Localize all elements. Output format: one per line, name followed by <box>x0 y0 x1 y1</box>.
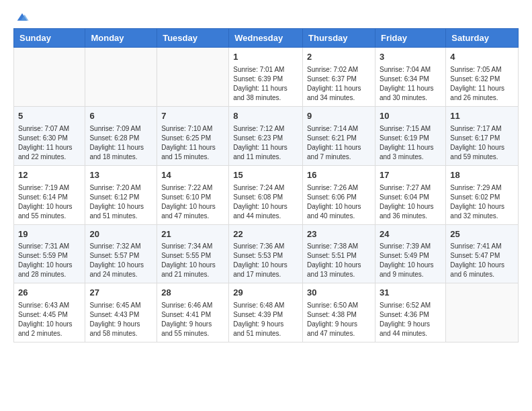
day-number: 15 <box>233 169 298 182</box>
calendar-cell: 21Sunrise: 7:34 AM Sunset: 5:55 PM Dayli… <box>157 224 229 283</box>
calendar-cell: 25Sunrise: 7:41 AM Sunset: 5:47 PM Dayli… <box>446 224 519 283</box>
day-info: Sunrise: 7:15 AM Sunset: 6:19 PM Dayligh… <box>380 124 441 162</box>
calendar-cell: 7Sunrise: 7:10 AM Sunset: 6:25 PM Daylig… <box>157 106 229 165</box>
page: SundayMondayTuesdayWednesdayThursdayFrid… <box>0 0 532 349</box>
calendar-cell <box>157 48 229 107</box>
day-number: 7 <box>161 110 224 123</box>
day-number: 29 <box>233 287 298 300</box>
day-info: Sunrise: 7:39 AM Sunset: 5:49 PM Dayligh… <box>380 242 441 279</box>
day-number: 27 <box>89 287 152 300</box>
day-info: Sunrise: 7:27 AM Sunset: 6:04 PM Dayligh… <box>380 183 441 221</box>
day-number: 24 <box>380 228 441 241</box>
header <box>13 11 519 23</box>
day-number: 11 <box>450 110 514 123</box>
day-number: 26 <box>18 287 81 300</box>
day-number: 2 <box>307 51 371 64</box>
day-info: Sunrise: 7:14 AM Sunset: 6:21 PM Dayligh… <box>307 124 371 162</box>
day-info: Sunrise: 7:34 AM Sunset: 5:55 PM Dayligh… <box>161 242 224 279</box>
calendar-header: SundayMondayTuesdayWednesdayThursdayFrid… <box>14 29 519 48</box>
col-header-tuesday: Tuesday <box>157 29 229 48</box>
calendar-cell: 14Sunrise: 7:22 AM Sunset: 6:10 PM Dayli… <box>157 165 229 224</box>
col-header-friday: Friday <box>375 29 445 48</box>
calendar-cell: 30Sunrise: 6:50 AM Sunset: 4:38 PM Dayli… <box>303 283 375 342</box>
day-number: 21 <box>161 228 224 241</box>
day-info: Sunrise: 7:31 AM Sunset: 5:59 PM Dayligh… <box>18 242 81 279</box>
calendar-cell: 3Sunrise: 7:04 AM Sunset: 6:34 PM Daylig… <box>375 48 445 107</box>
day-number: 10 <box>380 110 441 123</box>
calendar-cell: 1Sunrise: 7:01 AM Sunset: 6:39 PM Daylig… <box>229 48 303 107</box>
calendar-cell: 4Sunrise: 7:05 AM Sunset: 6:32 PM Daylig… <box>446 48 519 107</box>
calendar-cell: 12Sunrise: 7:19 AM Sunset: 6:14 PM Dayli… <box>14 165 85 224</box>
week-row-2: 5Sunrise: 7:07 AM Sunset: 6:30 PM Daylig… <box>14 106 519 165</box>
day-info: Sunrise: 7:38 AM Sunset: 5:51 PM Dayligh… <box>307 242 371 279</box>
calendar-cell: 22Sunrise: 7:36 AM Sunset: 5:53 PM Dayli… <box>229 224 303 283</box>
day-info: Sunrise: 7:22 AM Sunset: 6:10 PM Dayligh… <box>161 183 224 221</box>
day-info: Sunrise: 7:12 AM Sunset: 6:23 PM Dayligh… <box>233 124 298 162</box>
calendar-cell: 26Sunrise: 6:43 AM Sunset: 4:45 PM Dayli… <box>14 283 85 342</box>
logo <box>13 11 30 23</box>
day-info: Sunrise: 7:36 AM Sunset: 5:53 PM Dayligh… <box>233 242 298 279</box>
week-row-4: 19Sunrise: 7:31 AM Sunset: 5:59 PM Dayli… <box>14 224 519 283</box>
day-headers-row: SundayMondayTuesdayWednesdayThursdayFrid… <box>14 29 519 48</box>
day-number: 31 <box>380 287 441 300</box>
day-number: 6 <box>89 110 152 123</box>
calendar-cell <box>446 283 519 342</box>
week-row-3: 12Sunrise: 7:19 AM Sunset: 6:14 PM Dayli… <box>14 165 519 224</box>
day-number: 5 <box>18 110 81 123</box>
day-info: Sunrise: 6:46 AM Sunset: 4:41 PM Dayligh… <box>161 301 224 338</box>
calendar-cell: 20Sunrise: 7:32 AM Sunset: 5:57 PM Dayli… <box>85 224 157 283</box>
col-header-sunday: Sunday <box>14 29 85 48</box>
calendar-cell: 9Sunrise: 7:14 AM Sunset: 6:21 PM Daylig… <box>303 106 375 165</box>
calendar-cell: 31Sunrise: 6:52 AM Sunset: 4:36 PM Dayli… <box>375 283 445 342</box>
day-info: Sunrise: 7:19 AM Sunset: 6:14 PM Dayligh… <box>18 183 81 221</box>
calendar-cell: 23Sunrise: 7:38 AM Sunset: 5:51 PM Dayli… <box>303 224 375 283</box>
calendar-cell: 11Sunrise: 7:17 AM Sunset: 6:17 PM Dayli… <box>446 106 519 165</box>
day-number: 9 <box>307 110 371 123</box>
calendar-cell: 28Sunrise: 6:46 AM Sunset: 4:41 PM Dayli… <box>157 283 229 342</box>
day-info: Sunrise: 7:10 AM Sunset: 6:25 PM Dayligh… <box>161 124 224 162</box>
calendar-cell: 29Sunrise: 6:48 AM Sunset: 4:39 PM Dayli… <box>229 283 303 342</box>
day-number: 16 <box>307 169 371 182</box>
col-header-saturday: Saturday <box>446 29 519 48</box>
day-info: Sunrise: 6:43 AM Sunset: 4:45 PM Dayligh… <box>18 301 81 338</box>
week-row-1: 1Sunrise: 7:01 AM Sunset: 6:39 PM Daylig… <box>14 48 519 107</box>
day-info: Sunrise: 6:45 AM Sunset: 4:43 PM Dayligh… <box>89 301 152 338</box>
week-row-5: 26Sunrise: 6:43 AM Sunset: 4:45 PM Dayli… <box>14 283 519 342</box>
calendar-cell: 18Sunrise: 7:29 AM Sunset: 6:02 PM Dayli… <box>446 165 519 224</box>
calendar-cell <box>14 48 85 107</box>
day-info: Sunrise: 7:29 AM Sunset: 6:02 PM Dayligh… <box>450 183 514 221</box>
day-number: 13 <box>89 169 152 182</box>
col-header-wednesday: Wednesday <box>229 29 303 48</box>
calendar-cell: 5Sunrise: 7:07 AM Sunset: 6:30 PM Daylig… <box>14 106 85 165</box>
day-number: 18 <box>450 169 514 182</box>
day-number: 14 <box>161 169 224 182</box>
day-info: Sunrise: 7:09 AM Sunset: 6:28 PM Dayligh… <box>89 124 152 162</box>
calendar-cell: 6Sunrise: 7:09 AM Sunset: 6:28 PM Daylig… <box>85 106 157 165</box>
day-info: Sunrise: 7:26 AM Sunset: 6:06 PM Dayligh… <box>307 183 371 221</box>
day-number: 20 <box>89 228 152 241</box>
calendar-cell: 15Sunrise: 7:24 AM Sunset: 6:08 PM Dayli… <box>229 165 303 224</box>
day-info: Sunrise: 6:52 AM Sunset: 4:36 PM Dayligh… <box>380 301 441 338</box>
calendar-cell: 13Sunrise: 7:20 AM Sunset: 6:12 PM Dayli… <box>85 165 157 224</box>
day-info: Sunrise: 7:04 AM Sunset: 6:34 PM Dayligh… <box>380 65 441 103</box>
day-info: Sunrise: 7:07 AM Sunset: 6:30 PM Dayligh… <box>18 124 81 162</box>
calendar-cell: 17Sunrise: 7:27 AM Sunset: 6:04 PM Dayli… <box>375 165 445 224</box>
day-info: Sunrise: 7:20 AM Sunset: 6:12 PM Dayligh… <box>89 183 152 221</box>
day-number: 1 <box>233 51 298 64</box>
day-number: 4 <box>450 51 514 64</box>
day-number: 25 <box>450 228 514 241</box>
calendar-cell: 8Sunrise: 7:12 AM Sunset: 6:23 PM Daylig… <box>229 106 303 165</box>
day-number: 30 <box>307 287 371 300</box>
calendar-cell: 19Sunrise: 7:31 AM Sunset: 5:59 PM Dayli… <box>14 224 85 283</box>
calendar-table: SundayMondayTuesdayWednesdayThursdayFrid… <box>13 28 519 342</box>
day-info: Sunrise: 7:24 AM Sunset: 6:08 PM Dayligh… <box>233 183 298 221</box>
day-number: 22 <box>233 228 298 241</box>
day-info: Sunrise: 7:02 AM Sunset: 6:37 PM Dayligh… <box>307 65 371 103</box>
day-number: 19 <box>18 228 81 241</box>
calendar-cell: 27Sunrise: 6:45 AM Sunset: 4:43 PM Dayli… <box>85 283 157 342</box>
day-number: 3 <box>380 51 441 64</box>
day-info: Sunrise: 7:32 AM Sunset: 5:57 PM Dayligh… <box>89 242 152 279</box>
logo-bird-icon <box>15 11 30 26</box>
calendar-cell <box>85 48 157 107</box>
day-number: 8 <box>233 110 298 123</box>
